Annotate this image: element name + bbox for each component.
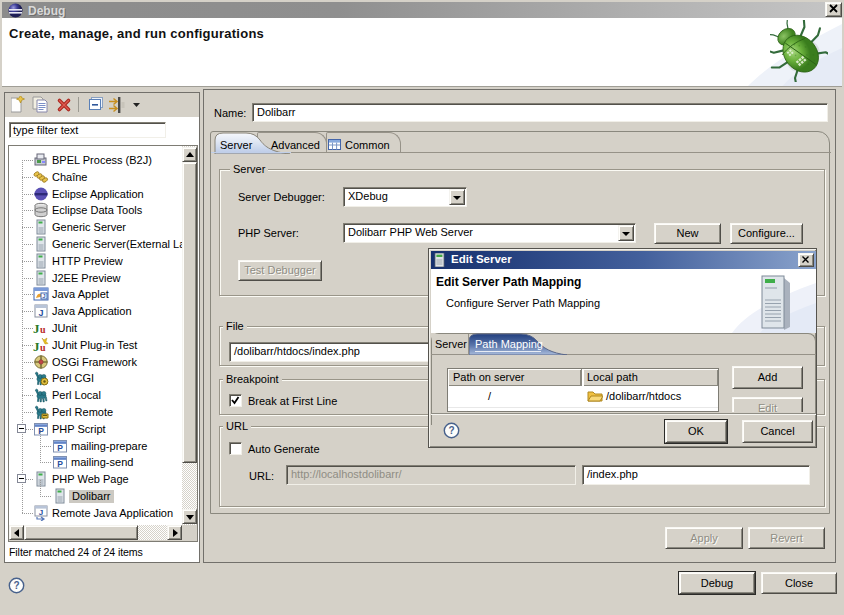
svg-text:P: P <box>57 459 63 469</box>
svg-text:J: J <box>42 293 45 299</box>
svg-text:J: J <box>38 308 43 318</box>
svg-text:?: ? <box>13 580 19 591</box>
svg-text:J: J <box>39 508 43 517</box>
svg-text:P: P <box>57 443 63 453</box>
svg-text:?: ? <box>448 425 454 436</box>
svg-text:J: J <box>33 321 40 336</box>
svg-text:u: u <box>40 324 46 335</box>
svg-text:J: J <box>33 339 40 353</box>
